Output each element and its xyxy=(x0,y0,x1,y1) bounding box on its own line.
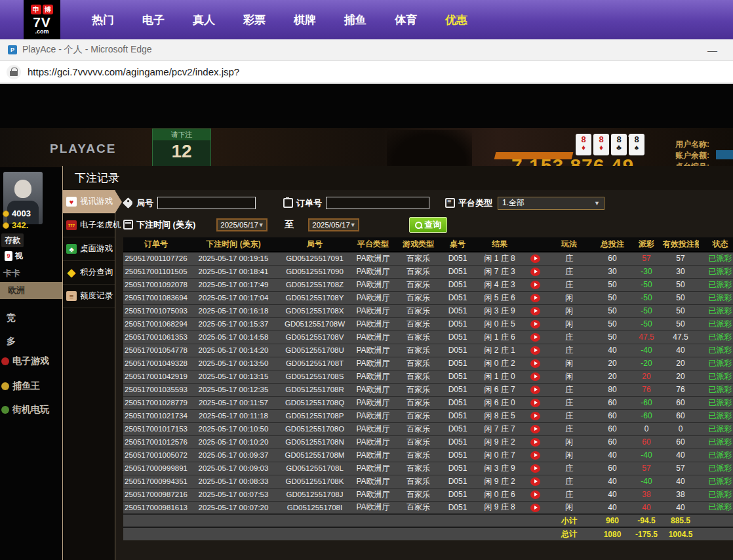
bg-item-jieji[interactable]: 街机电玩 xyxy=(1,404,49,416)
logo-badge-bo: 博 xyxy=(43,5,53,14)
replay-play-button[interactable] xyxy=(530,307,540,315)
replay-play-button[interactable] xyxy=(530,504,540,512)
round-cell: GD0512551708I xyxy=(278,501,351,514)
status-cell: 已派彩 xyxy=(699,252,733,265)
bg-item-jing[interactable]: 竞 xyxy=(7,312,16,324)
nav-item-电子[interactable]: 电子 xyxy=(142,12,165,28)
replay-play-button[interactable] xyxy=(530,254,540,263)
date-from-select[interactable]: 2025/05/17▼ xyxy=(216,218,267,231)
bet-time-cell: 2025-05-17 00:12:35 xyxy=(189,383,278,396)
replay-cell xyxy=(526,409,544,422)
site-logo[interactable]: 申 博 7V .com xyxy=(24,0,60,39)
replay-play-button[interactable] xyxy=(530,438,540,447)
replay-play-button[interactable] xyxy=(530,268,540,276)
to-label: 至 xyxy=(285,219,294,231)
table-row: 2505170011077262025-05-17 00:19:15GD0512… xyxy=(123,252,733,265)
table-row: 2505170010050722025-05-17 00:09:37GD0512… xyxy=(123,449,733,462)
bg-item-duo[interactable]: 多 xyxy=(7,336,16,348)
platform-cell: PA欧洲厅 xyxy=(351,304,395,317)
replay-play-button[interactable] xyxy=(530,412,540,420)
lock-icon[interactable] xyxy=(7,65,21,79)
round-cell: GD0512551708U xyxy=(278,344,351,357)
total-bet-cell: 60 xyxy=(594,422,631,435)
round-cell: GD0512551708N xyxy=(278,435,351,449)
tab-额度记录[interactable]: ≡额度记录 xyxy=(63,285,115,308)
nav-item-热门[interactable]: 热门 xyxy=(92,12,114,28)
valid-bet-cell: 60 xyxy=(662,435,699,449)
bg-item-euro[interactable]: 欧洲 xyxy=(0,282,62,299)
order-cell: 250517001042919 xyxy=(123,370,189,383)
round-input[interactable] xyxy=(157,197,256,209)
replay-play-button[interactable] xyxy=(530,425,540,433)
date-to-select[interactable]: 2025/05/17▼ xyxy=(308,218,359,231)
result-cell: 闲 0 庄 6 xyxy=(473,488,526,501)
nav-item-捕鱼[interactable]: 捕鱼 xyxy=(344,12,366,28)
nav-item-优惠[interactable]: 优惠 xyxy=(445,12,467,28)
payout-cell: -30 xyxy=(631,265,662,278)
tab-label: 桌面游戏 xyxy=(80,243,113,254)
subtotal-payout: -94.5 xyxy=(631,514,662,527)
result-cell: 闲 1 庄 0 xyxy=(473,370,526,383)
status-cell: 已派彩 xyxy=(699,435,733,449)
arcade-dot-icon xyxy=(1,406,9,414)
nav-item-棋牌[interactable]: 棋牌 xyxy=(294,12,316,28)
bg-item-dianzi[interactable]: 电子游戏 xyxy=(1,355,49,367)
result-cell: 闲 7 庄 3 xyxy=(473,265,526,278)
platform-cell: PA欧洲厅 xyxy=(351,383,395,396)
replay-play-button[interactable] xyxy=(530,372,540,381)
order-input[interactable] xyxy=(326,197,429,209)
minimize-button[interactable]: — xyxy=(707,45,717,56)
logo-badge-shen: 申 xyxy=(31,5,41,14)
result-cell: 闲 3 庄 9 xyxy=(473,304,526,317)
valid-bet-cell: 50 xyxy=(662,278,699,291)
deposit-button[interactable]: 存款 xyxy=(1,233,24,247)
replay-cell xyxy=(526,357,544,370)
status-cell: 已派彩 xyxy=(699,330,733,344)
payout-cell: -20 xyxy=(631,357,662,370)
bet-time-cell: 2025-05-17 00:14:58 xyxy=(189,330,278,344)
bg-item-buyu[interactable]: 捕鱼王 xyxy=(1,380,40,392)
tab-视讯游戏[interactable]: ♥视讯游戏 xyxy=(63,190,115,214)
replay-cell xyxy=(526,488,544,501)
tab-桌面游戏[interactable]: ♣桌面游戏 xyxy=(63,237,115,261)
payout-cell: 47.5 xyxy=(631,330,662,344)
tab-电子老虎机[interactable]: 777电子老虎机 xyxy=(63,214,115,237)
replay-play-button[interactable] xyxy=(530,281,540,289)
replay-play-button[interactable] xyxy=(530,451,540,460)
url-text[interactable]: https://gci.7vvvvv.com/agingame/pcv2/ind… xyxy=(28,66,239,77)
platform-cell: PA欧洲厅 xyxy=(351,475,395,488)
table-row: 2505170010429192025-05-17 00:13:15GD0512… xyxy=(123,370,733,383)
replay-play-button[interactable] xyxy=(530,464,540,473)
replay-play-button[interactable] xyxy=(530,346,540,355)
replay-play-button[interactable] xyxy=(530,386,540,394)
side-cell: 庄 xyxy=(544,396,594,409)
side-cell: 庄 xyxy=(544,265,594,278)
table-no-cell: D051 xyxy=(442,462,473,475)
order-cell: 250517001061353 xyxy=(123,330,189,344)
replay-play-button[interactable] xyxy=(530,477,540,486)
nav-item-真人[interactable]: 真人 xyxy=(193,12,215,28)
player-bar xyxy=(716,150,733,159)
tab-积分查询[interactable]: ◆积分查询 xyxy=(63,261,115,285)
nav-item-体育[interactable]: 体育 xyxy=(395,12,417,28)
tab-label: 视讯游戏 xyxy=(80,196,113,207)
replay-play-button[interactable] xyxy=(530,294,540,302)
video-menu-item[interactable]: 9视 xyxy=(1,249,26,263)
nav-item-彩票[interactable]: 彩票 xyxy=(243,12,266,28)
playing-card: 8♣ xyxy=(611,134,627,155)
replay-play-button[interactable] xyxy=(530,320,540,329)
replay-play-button[interactable] xyxy=(530,359,540,368)
tab-label: 积分查询 xyxy=(80,267,113,278)
platform-cell: PA欧洲厅 xyxy=(351,317,395,330)
col-header: 桌号 xyxy=(442,237,473,252)
platform-cell: PA欧洲厅 xyxy=(351,435,395,449)
replay-play-button[interactable] xyxy=(530,333,540,342)
order-cell: 250517001092078 xyxy=(123,278,189,291)
balance-main: 4003 xyxy=(3,209,31,218)
replay-play-button[interactable] xyxy=(530,490,540,499)
platform-select[interactable]: 1.全部▼ xyxy=(498,197,604,210)
tag-icon xyxy=(123,197,134,209)
search-button[interactable]: 查询 xyxy=(409,217,447,233)
replay-play-button[interactable] xyxy=(530,399,540,407)
table-no-cell: D051 xyxy=(442,265,473,278)
